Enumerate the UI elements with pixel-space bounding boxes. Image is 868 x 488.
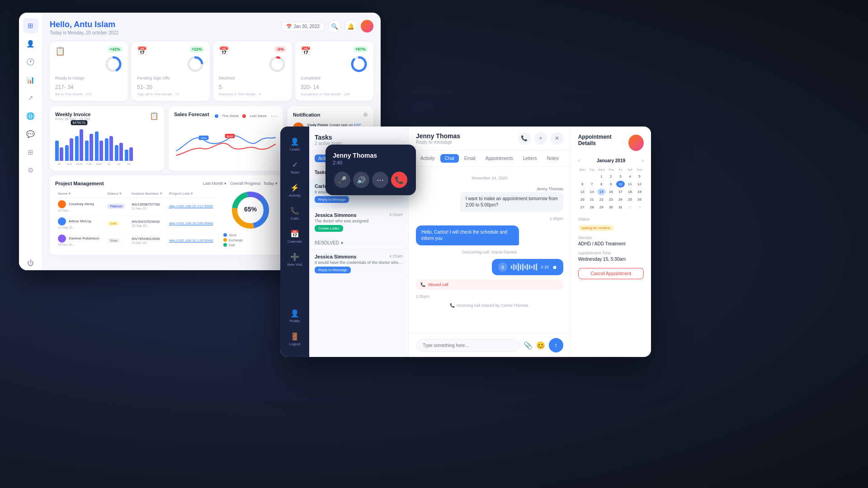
contact-time-1: 4:20am xyxy=(389,212,403,218)
more-button[interactable]: ⋯ xyxy=(372,172,388,188)
stat-badge-completed: +87% xyxy=(353,46,368,52)
crm-nav-leads[interactable]: 👤 Leads xyxy=(280,134,309,155)
search-button[interactable]: 🔍 xyxy=(328,20,341,33)
new-visit-label: New Visit xyxy=(287,263,302,267)
sidebar-icon-power[interactable]: ⏻ xyxy=(23,255,38,270)
cal-day-2[interactable]: 2 xyxy=(607,173,615,180)
tab-activity[interactable]: Activity xyxy=(416,154,439,163)
cal-day-24[interactable]: 24 xyxy=(616,196,625,203)
cal-day-31[interactable]: 31 xyxy=(616,204,625,211)
emoji-icon[interactable]: 😊 xyxy=(536,341,545,350)
cal-day-15[interactable]: 15 xyxy=(597,188,606,195)
cal-day-3[interactable]: 3 xyxy=(616,173,625,180)
notification-settings[interactable]: ⚙ xyxy=(363,112,368,118)
cal-day-11[interactable]: 11 xyxy=(626,181,634,188)
cal-day[interactable] xyxy=(578,173,587,180)
cal-day-20[interactable]: 20 xyxy=(578,196,587,203)
cal-day-21[interactable]: 21 xyxy=(588,196,596,203)
sidebar-icon-dashboard[interactable]: ⊞ xyxy=(23,18,38,33)
resolved-header[interactable]: RESOLVED ▾ xyxy=(309,237,408,249)
cancel-appointment-button[interactable]: Cancel Appointment xyxy=(578,268,644,279)
cal-day-overflow-2[interactable]: 26 xyxy=(635,204,644,211)
cal-next[interactable]: › xyxy=(642,157,644,164)
cal-day-8[interactable]: 8 xyxy=(597,181,606,188)
today-filter[interactable]: Today ▾ xyxy=(263,181,278,186)
crm-nav-calls[interactable]: 📞 Calls xyxy=(280,203,309,224)
cal-day-29[interactable]: 29 xyxy=(597,204,606,211)
sidebar-icon-globe[interactable]: 🌐 xyxy=(23,108,38,124)
cal-day-30[interactable]: 30 xyxy=(607,204,615,211)
cal-day-4[interactable]: 4 xyxy=(626,173,634,180)
sidebar-icon-clock[interactable]: 🕐 xyxy=(23,54,38,70)
sidebar-icon-stack[interactable]: ⊞ xyxy=(23,145,38,160)
bar-group-6 xyxy=(115,143,123,161)
tab-letters[interactable]: Letters xyxy=(519,154,542,163)
chat-input-field[interactable] xyxy=(416,339,520,352)
cal-day-19[interactable]: 19 xyxy=(635,188,644,195)
stat-card-pending: 📅 +22% Pending Sign Offs 51- 20 Sign off… xyxy=(132,42,210,101)
tab-chat[interactable]: Chat xyxy=(440,154,459,163)
sales-menu[interactable]: ⋯ xyxy=(270,112,278,120)
crm-nav-tasks[interactable]: ✓ Tasks xyxy=(280,157,309,178)
sidebar-icon-settings[interactable]: ⚙ xyxy=(23,163,38,178)
msg-incoming-missed: 📞 Incoming call missed by Carlos Thomas. xyxy=(416,303,563,308)
crm-nav-calendar[interactable]: 📅 Calendar xyxy=(280,226,309,247)
cal-day-13[interactable]: 13 xyxy=(578,188,587,195)
project-link-1[interactable]: http://192.168.20.250:5000/ xyxy=(169,221,213,225)
cal-day-27[interactable]: 27 xyxy=(578,204,587,211)
close-button[interactable]: ✕ xyxy=(551,132,563,145)
cal-day-25[interactable]: 25 xyxy=(626,196,634,203)
crm-nav-logout[interactable]: 🚪 Logout xyxy=(280,328,309,350)
contact-action-1[interactable]: Create Letter xyxy=(315,225,343,232)
contact-action-0[interactable]: Reply to Mesage xyxy=(315,196,349,203)
cal-day-18[interactable]: 18 xyxy=(626,188,634,195)
missed-call-icon: 📞 xyxy=(420,282,425,287)
mute-button[interactable]: 🎤 xyxy=(334,172,350,188)
cal-day-9[interactable]: 9 xyxy=(607,181,615,188)
cal-day-26[interactable]: 26 xyxy=(635,196,644,203)
pause-icon[interactable]: ⏸ xyxy=(498,263,507,272)
notification-button[interactable]: 🔔 xyxy=(344,20,357,33)
cal-day-16[interactable]: 16 xyxy=(607,188,615,195)
cal-day-overflow[interactable]: 25 xyxy=(626,204,634,211)
cal-day-6[interactable]: 6 xyxy=(578,181,587,188)
sidebar-icon-chat[interactable]: 💬 xyxy=(23,127,38,142)
cal-day-23[interactable]: 23 xyxy=(607,196,615,203)
cal-prev[interactable]: ‹ xyxy=(578,157,580,164)
user-avatar[interactable] xyxy=(361,20,373,33)
last-week-label: Last Week xyxy=(250,114,267,118)
sidebar-icon-chart[interactable]: 📊 xyxy=(23,72,38,88)
project-filter[interactable]: Last Month ▾ xyxy=(203,181,227,186)
tab-appointments[interactable]: Appointments xyxy=(481,154,518,163)
cal-day-10[interactable]: 10 xyxy=(616,181,625,188)
sidebar-icon-arrow[interactable]: ↗ xyxy=(23,90,38,106)
send-button[interactable]: ↑ xyxy=(549,338,563,352)
add-button[interactable]: + xyxy=(534,132,547,145)
cal-day[interactable] xyxy=(588,173,596,180)
crm-nav-activity[interactable]: ⚡ Activity xyxy=(280,180,309,201)
cal-day-22[interactable]: 22 xyxy=(597,196,606,203)
sidebar-icon-users[interactable]: 👤 xyxy=(23,36,38,52)
cal-day-28[interactable]: 28 xyxy=(588,204,596,211)
crm-nav-new-visit[interactable]: ➕ New Visit xyxy=(280,249,309,270)
call-button[interactable]: 📞 xyxy=(518,132,531,145)
tab-email[interactable]: Email xyxy=(460,154,480,163)
end-call-button[interactable]: 📞 xyxy=(391,172,407,188)
cal-day-12[interactable]: 12 xyxy=(635,181,644,188)
audio-player[interactable]: ⏸ 2:10 xyxy=(492,259,563,275)
cal-day-5[interactable]: 5 xyxy=(635,173,644,180)
attachment-icon[interactable]: 📎 xyxy=(524,341,533,350)
cal-day-7[interactable]: 7 xyxy=(588,181,596,188)
project-link-2[interactable]: http://192.168.20.120:5000/ xyxy=(169,239,213,243)
crm-nav-profile[interactable]: 👤 Profile xyxy=(280,305,309,327)
project-link-0[interactable]: http://192.168.20.212:5000/ xyxy=(169,204,213,208)
tab-notes[interactable]: Notes xyxy=(542,154,563,163)
contact-action-resolved[interactable]: Reply to Message xyxy=(315,267,351,273)
contact-item-1[interactable]: Jessica Simmons 4:20am The doctor who wa… xyxy=(309,208,408,237)
cal-day-1[interactable]: 1 xyxy=(597,173,606,180)
cal-day-17[interactable]: 17 xyxy=(616,188,625,195)
weekly-invoice-menu[interactable]: 📋 xyxy=(150,112,159,120)
contact-item-resolved-0[interactable]: Jessica Simmons 4:20am It would have the… xyxy=(309,249,408,278)
cal-day-14[interactable]: 14 xyxy=(588,188,596,195)
speaker-button[interactable]: 🔊 xyxy=(353,172,369,188)
